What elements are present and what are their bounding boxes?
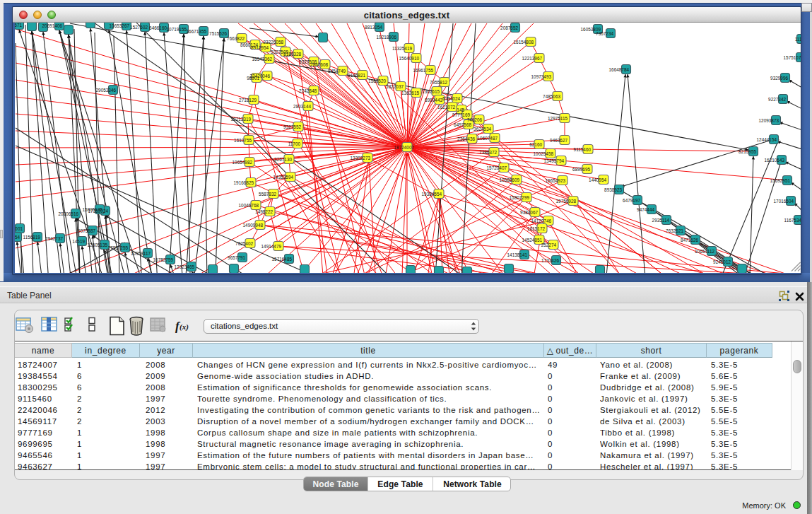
svg-text:19384554: 19384554 [422, 192, 442, 197]
svg-text:16210643: 16210643 [765, 158, 785, 163]
svg-text:9777169: 9777169 [452, 112, 470, 117]
svg-text:8813054: 8813054 [365, 25, 382, 30]
svg-text:3267130: 3267130 [274, 157, 292, 162]
svg-text:12975115: 12975115 [548, 116, 567, 121]
svg-text:2942737: 2942737 [45, 236, 63, 241]
svg-text:1156819: 1156819 [23, 235, 41, 240]
svg-text:8215955: 8215955 [739, 149, 756, 154]
svg-text:10973493: 10973493 [531, 74, 552, 79]
svg-text:15692951: 15692951 [770, 178, 791, 183]
svg-text:2087652: 2087652 [500, 25, 518, 30]
svg-text:6497568: 6497568 [454, 122, 471, 127]
svg-text:7625402: 7625402 [235, 241, 253, 246]
svg-text:10654112: 10654112 [695, 249, 714, 254]
svg-text:19166825: 19166825 [234, 180, 254, 185]
svg-text:5322037: 5322037 [386, 84, 404, 89]
svg-text:29053346: 29053346 [96, 88, 117, 93]
svg-text:20691406: 20691406 [42, 23, 63, 28]
svg-text:1527602: 1527602 [130, 25, 148, 30]
svg-text:1117: 1117 [795, 37, 801, 42]
svg-text:7515526: 7515526 [209, 31, 227, 36]
svg-text:16961755: 16961755 [413, 68, 434, 73]
svg-text:14519: 14519 [72, 239, 85, 244]
svg-text:16543362: 16543362 [252, 57, 273, 62]
svg-text:8938923: 8938923 [604, 187, 622, 192]
svg-text:10688609: 10688609 [500, 177, 520, 182]
svg-text:6899695: 6899695 [572, 167, 590, 172]
svg-text:10046768: 10046768 [239, 203, 259, 208]
svg-text:7663822: 7663822 [227, 36, 245, 41]
svg-text:9329996: 9329996 [770, 76, 788, 81]
svg-text:252274: 252274 [541, 243, 557, 247]
svg-text:10958117: 10958117 [131, 251, 151, 256]
svg-text:18724007: 18724007 [394, 145, 415, 150]
svg-text:1167534: 1167534 [784, 218, 801, 223]
svg-text:13495794: 13495794 [544, 158, 565, 163]
svg-text:2718129: 2718129 [239, 98, 257, 103]
svg-text:12213319: 12213319 [231, 117, 252, 122]
svg-text:17016504: 17016504 [774, 199, 794, 204]
svg-text:9975887: 9975887 [78, 228, 95, 233]
svg-text:19654982: 19654982 [233, 160, 253, 165]
svg-text:13302273: 13302273 [351, 156, 371, 160]
svg-text:2055571: 2055571 [15, 23, 22, 28]
svg-text:(x): (x) [180, 322, 189, 332]
svg-text:9245012: 9245012 [713, 259, 731, 264]
svg-text:23420046: 23420046 [250, 74, 271, 78]
svg-text:1621072: 1621072 [437, 105, 455, 110]
svg-text:12444154: 12444154 [757, 137, 777, 142]
svg-text:9463627: 9463627 [550, 138, 567, 143]
svg-text:15640910: 15640910 [399, 56, 420, 61]
svg-text:8471626: 8471626 [681, 238, 698, 243]
svg-text:16671355: 16671355 [187, 29, 207, 34]
svg-text:62160: 62160 [529, 142, 542, 147]
svg-text:1615172: 1615172 [527, 226, 545, 231]
svg-text:7386372: 7386372 [479, 150, 497, 155]
svg-text:19654923: 19654923 [546, 178, 566, 183]
svg-text:2242848: 2242848 [299, 88, 317, 93]
svg-text:7632621: 7632621 [666, 228, 683, 233]
svg-text:2364436: 2364436 [457, 136, 475, 141]
svg-text:1362615: 1362615 [401, 90, 419, 95]
svg-text:12923465: 12923465 [175, 264, 195, 269]
svg-text:9384067: 9384067 [520, 210, 538, 215]
svg-text:2803144: 2803144 [293, 104, 311, 109]
svg-text:12505135: 12505135 [88, 243, 108, 247]
svg-text:15720407: 15720407 [487, 165, 507, 170]
svg-text:11325419: 11325419 [392, 46, 412, 51]
svg-text:145: 145 [457, 107, 464, 112]
svg-text:15807299: 15807299 [510, 195, 530, 200]
svg-text:8435001: 8435001 [15, 226, 23, 231]
svg-text:16154808: 16154808 [514, 40, 534, 45]
svg-text:6734024: 6734024 [442, 96, 460, 101]
svg-text:1498222: 1498222 [255, 209, 273, 214]
svg-text:15751074: 15751074 [784, 55, 801, 60]
svg-text:2935114: 2935114 [652, 218, 670, 223]
svg-text:15716485: 15716485 [272, 257, 293, 262]
svg-text:1440954: 1440954 [589, 177, 606, 182]
svg-text:8454749: 8454749 [328, 69, 346, 74]
svg-text:3624534: 3624534 [473, 127, 491, 132]
svg-text:9657791: 9657791 [228, 255, 245, 260]
svg-text:8186328: 8186328 [283, 52, 301, 57]
svg-text:10607487: 10607487 [478, 136, 498, 141]
svg-text:19218906: 19218906 [377, 35, 397, 40]
svg-text:6479197: 6479197 [623, 198, 640, 203]
svg-text:23226058: 23226058 [264, 40, 284, 45]
svg-text:9327552: 9327552 [283, 124, 301, 129]
svg-text:14524851: 14524851 [522, 238, 543, 243]
svg-text:14138141: 14138141 [507, 252, 528, 257]
svg-text:14914479: 14914479 [261, 244, 282, 249]
svg-text:9474444: 9474444 [637, 207, 654, 212]
svg-text:9146821: 9146821 [348, 73, 365, 78]
svg-text:16782759: 16782759 [153, 257, 174, 262]
svg-text:14909948: 14909948 [243, 223, 264, 228]
svg-text:15805135: 15805135 [83, 207, 103, 212]
svg-text:5587832: 5587832 [259, 192, 276, 197]
svg-text:10719155: 10719155 [167, 27, 187, 32]
svg-text:8912954: 8912954 [251, 45, 269, 50]
svg-text:7485063: 7485063 [543, 94, 560, 99]
svg-text:1362615: 1362615 [422, 89, 440, 94]
svg-text:9227342: 9227342 [768, 97, 786, 102]
svg-text:2867608: 2867608 [310, 62, 328, 67]
